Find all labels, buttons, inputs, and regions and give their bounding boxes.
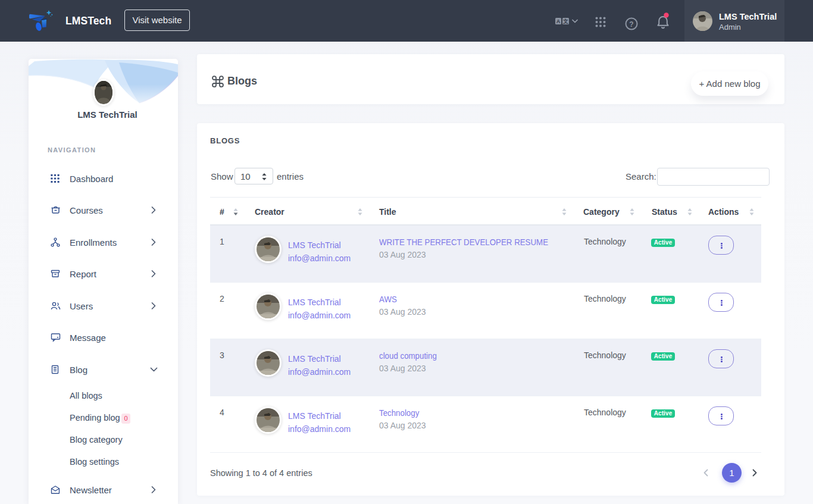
svg-text:A: A — [556, 18, 561, 24]
svg-text:?: ? — [629, 20, 633, 29]
svg-text:文: 文 — [562, 18, 568, 24]
